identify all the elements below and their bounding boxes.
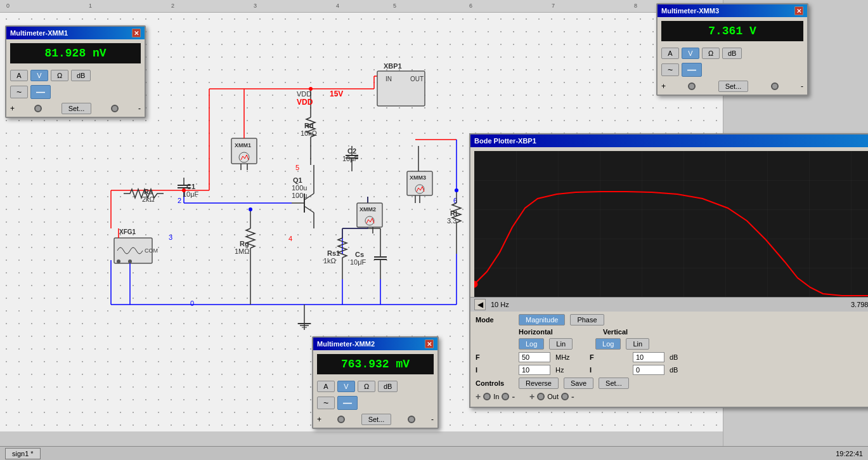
- bode-save-btn[interactable]: Save: [564, 378, 593, 389]
- svg-text:COM: COM: [145, 247, 158, 254]
- multimeter-xmm3: Multimeter-XMM3 ✕ 7.361 V A V Ω dB ~ — +…: [656, 3, 808, 96]
- xmm3-terminal-minus: [771, 82, 779, 90]
- ruler-mark-7: 7: [552, 3, 555, 9]
- tab-sign1[interactable]: sign1 *: [5, 448, 41, 459]
- xmm1-btn-ac[interactable]: ~: [10, 86, 28, 98]
- bode-v-lin-btn[interactable]: Lin: [626, 338, 649, 350]
- xmm3-btn-dc[interactable]: —: [682, 63, 702, 77]
- bode-v-f-input[interactable]: [633, 352, 664, 362]
- xmm3-terminal-plus: [688, 82, 696, 90]
- bode-h-i-unit: Hz: [555, 366, 573, 374]
- svg-point-109: [249, 207, 252, 211]
- xmm1-terminal-plus: [34, 105, 42, 112]
- xmm3-plus: +: [661, 82, 666, 91]
- xmm2-btn-ohm[interactable]: Ω: [358, 381, 375, 392]
- xmm1-terminals: + Set... -: [6, 102, 145, 117]
- ruler-top: 0 1 2 3 4 5 6 7 8: [0, 0, 723, 13]
- bode-reverse-btn[interactable]: Reverse: [519, 378, 559, 389]
- xmm3-minus: -: [801, 82, 803, 91]
- xmm2-terminal-plus: [337, 416, 345, 423]
- xmm1-btn-ohm[interactable]: Ω: [51, 70, 68, 81]
- bode-i-label: I: [476, 366, 514, 374]
- xmm2-btn-ac[interactable]: ~: [317, 397, 335, 409]
- xmm1-btn-a[interactable]: A: [10, 70, 28, 81]
- bode-plus-out: +: [529, 391, 534, 402]
- xmm2-titlebar[interactable]: Multimeter-XMM2 ✕: [313, 338, 437, 350]
- svg-text:3: 3: [169, 233, 172, 241]
- ruler-mark-3: 3: [254, 3, 257, 9]
- svg-text:100u: 100u: [292, 184, 307, 192]
- xmm1-btn-db[interactable]: dB: [71, 70, 91, 81]
- bode-freq-display: 10 Hz: [491, 301, 509, 308]
- xmm3-close[interactable]: ✕: [794, 6, 803, 15]
- bode-phase-btn[interactable]: Phase: [570, 314, 604, 325]
- bode-plus-in: +: [476, 391, 481, 402]
- svg-text:1MΩ: 1MΩ: [235, 247, 250, 255]
- bode-prev-btn[interactable]: ◀: [474, 299, 486, 310]
- bode-graph: [474, 151, 868, 297]
- bode-h-f-input[interactable]: [519, 352, 550, 362]
- svg-point-108: [182, 188, 186, 192]
- ruler-mark-4: 4: [336, 3, 339, 9]
- bode-set-btn[interactable]: Set...: [599, 378, 629, 389]
- bode-h-log-btn[interactable]: Log: [519, 338, 544, 350]
- svg-text:XMM3: XMM3: [410, 174, 426, 181]
- status-time: 19:22:41: [836, 450, 863, 457]
- bode-v-i-unit: dB: [670, 366, 687, 374]
- svg-text:IN: IN: [385, 76, 392, 82]
- status-bar: sign1 * 19:22:41: [0, 446, 868, 460]
- xmm3-btn-ohm[interactable]: Ω: [702, 48, 720, 59]
- xmm1-btn-dc[interactable]: —: [30, 85, 51, 99]
- xmm1-terminal-minus: [111, 105, 119, 112]
- svg-text:Rs1: Rs1: [327, 249, 340, 257]
- xmm1-titlebar[interactable]: Multimeter-XMM1 ✕: [6, 27, 145, 39]
- svg-text:XMM2: XMM2: [360, 206, 376, 213]
- bode-loglin-row: Log Lin Log Lin: [476, 338, 868, 350]
- xmm1-title: Multimeter-XMM1: [10, 29, 68, 37]
- xmm1-btn-v[interactable]: V: [30, 70, 48, 81]
- bode-mode-row: Mode Magnitude Phase: [476, 314, 868, 325]
- xmm3-btn-v[interactable]: V: [682, 48, 699, 59]
- svg-text:3.3: 3.3: [447, 217, 457, 225]
- bode-in-terminal-minus: [502, 393, 509, 400]
- svg-text:VDD: VDD: [297, 90, 311, 98]
- bode-v-log-btn[interactable]: Log: [595, 338, 621, 350]
- bode-h-lin-btn[interactable]: Lin: [549, 338, 573, 350]
- bode-h-i-input[interactable]: [519, 365, 550, 375]
- bode-mode-label: Mode: [476, 316, 514, 324]
- xmm2-btn-db[interactable]: dB: [378, 381, 398, 392]
- xmm3-title: Multimeter-XMM3: [661, 7, 719, 15]
- xmm3-titlebar[interactable]: Multimeter-XMM3 ✕: [657, 4, 807, 17]
- xmm1-set[interactable]: Set...: [62, 103, 92, 114]
- bode-horizontal-label: Horizontal: [519, 328, 592, 336]
- svg-text:4: 4: [288, 235, 292, 242]
- bode-v-i-input[interactable]: [633, 365, 664, 375]
- ruler-mark-0: 0: [6, 3, 10, 9]
- xmm1-row2: ~ —: [6, 84, 145, 102]
- xmm2-btn-dc[interactable]: —: [337, 396, 358, 410]
- svg-point-87: [455, 188, 458, 192]
- svg-text:XFG1: XFG1: [119, 228, 136, 235]
- xmm2-close[interactable]: ✕: [425, 339, 434, 348]
- bode-f-row: F MHz F dB: [476, 352, 868, 362]
- bode-h-f-unit: MHz: [555, 353, 573, 361]
- svg-text:5: 5: [295, 164, 299, 171]
- multimeter-xmm1: Multimeter-XMM1 ✕ 81.928 nV A V Ω dB ~ —…: [5, 25, 146, 118]
- xmm3-btn-ac[interactable]: ~: [661, 63, 679, 76]
- xmm2-btn-v[interactable]: V: [337, 381, 355, 392]
- svg-text:1kΩ: 1kΩ: [323, 257, 336, 265]
- xmm3-terminals: + Set... -: [657, 79, 807, 95]
- xmm2-btn-a[interactable]: A: [317, 381, 335, 392]
- xmm3-btn-db[interactable]: dB: [722, 48, 742, 59]
- xmm3-btn-a[interactable]: A: [661, 48, 679, 59]
- xmm1-minus: -: [138, 104, 141, 113]
- svg-line-54: [304, 206, 314, 213]
- bode-in-label: In: [493, 393, 499, 400]
- xmm2-plus: +: [317, 415, 321, 424]
- ruler-mark-8: 8: [634, 3, 637, 9]
- xmm2-set[interactable]: Set...: [361, 414, 392, 425]
- bode-magnitude-btn[interactable]: Magnitude: [519, 314, 565, 325]
- xmm3-set[interactable]: Set...: [718, 81, 749, 92]
- xmm1-close[interactable]: ✕: [132, 29, 141, 37]
- bode-titlebar[interactable]: Bode Plotter-XBP1 ✕: [470, 135, 868, 147]
